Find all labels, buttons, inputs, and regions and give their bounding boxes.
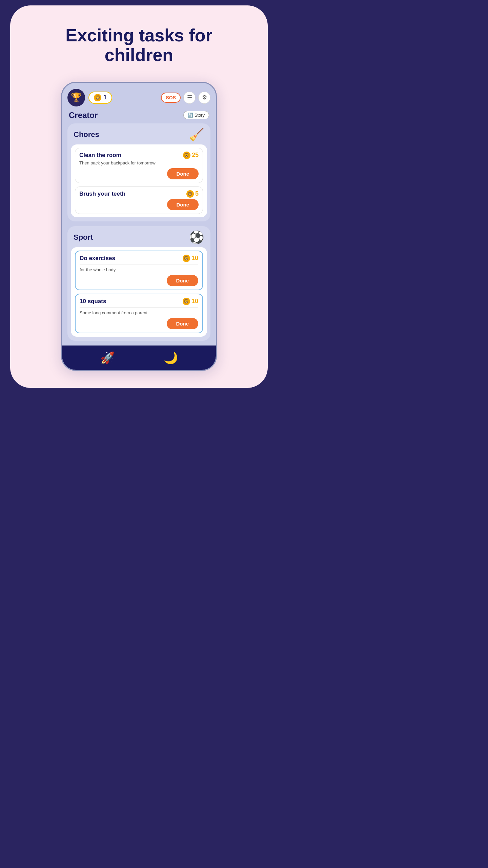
settings-icon: ⚙ bbox=[202, 94, 207, 101]
task-squats-desc: Some long comment from a parent bbox=[80, 310, 198, 315]
coins-count: 1 bbox=[103, 94, 107, 101]
story-button[interactable]: 🔄 Story bbox=[183, 111, 209, 119]
bottom-nav: 🚀 🌙 bbox=[62, 346, 216, 370]
trophy-icon: 🏆 bbox=[71, 92, 82, 103]
task-exercises-top: Do exercises 🦁 10 bbox=[80, 255, 198, 262]
chat-icon-button[interactable]: ☰ bbox=[183, 92, 196, 104]
task-brush-teeth-top: Brush your teeth 🦁 5 bbox=[79, 190, 199, 198]
sport-section: Sport ⚽ Do exercises 🦁 10 for the whole … bbox=[67, 226, 210, 341]
task-clean-room-top: Clean the room 🦁 25 bbox=[79, 152, 199, 159]
task-exercises-done[interactable]: Done bbox=[167, 275, 199, 286]
coin-icon: 🦁 bbox=[183, 152, 190, 159]
coin-badge: 🦁 1 bbox=[88, 92, 112, 104]
page-headline: Exciting tasks forchildren bbox=[24, 26, 254, 64]
task-squats: 10 squats 🦁 10 Some long comment from a … bbox=[75, 294, 203, 333]
task-squats-coins: 🦁 10 bbox=[183, 298, 198, 305]
task-exercises: Do exercises 🦁 10 for the whole body Don… bbox=[75, 251, 203, 290]
task-clean-room-done[interactable]: Done bbox=[167, 168, 199, 179]
outer-card: Exciting tasks forchildren 🏆 🦁 1 SOS ☰ ⚙ bbox=[10, 5, 268, 388]
task-squats-name: 10 squats bbox=[80, 298, 106, 305]
sos-button[interactable]: SOS bbox=[161, 93, 181, 103]
task-brush-teeth: Brush your teeth 🦁 5 Done bbox=[75, 186, 203, 214]
task-squats-done[interactable]: Done bbox=[167, 318, 199, 329]
task-clean-room-desc: Then pack your backpack for tomorrow bbox=[79, 160, 199, 165]
task-squats-top: 10 squats 🦁 10 bbox=[80, 298, 198, 305]
creator-bar: Creator 🔄 Story bbox=[67, 111, 210, 120]
task-clean-room-name: Clean the room bbox=[79, 152, 121, 159]
task-brush-teeth-done[interactable]: Done bbox=[167, 199, 199, 210]
top-bar: 🏆 🦁 1 SOS ☰ ⚙ bbox=[67, 89, 210, 106]
sport-tasks: Do exercises 🦁 10 for the whole body Don… bbox=[71, 247, 207, 337]
settings-icon-button[interactable]: ⚙ bbox=[198, 92, 210, 104]
creator-title: Creator bbox=[69, 111, 98, 120]
sport-header: Sport ⚽ bbox=[67, 226, 210, 247]
task-brush-teeth-name: Brush your teeth bbox=[79, 191, 125, 197]
trophy-avatar: 🏆 bbox=[67, 89, 85, 106]
chores-header: Chores 🧹 bbox=[67, 123, 210, 144]
coin-icon: 🦁 bbox=[183, 298, 190, 305]
sport-title: Sport bbox=[74, 233, 93, 242]
chores-icon: 🧹 bbox=[189, 127, 204, 142]
sleep-nav-icon[interactable]: 🌙 bbox=[164, 351, 178, 364]
chores-title: Chores bbox=[74, 130, 99, 139]
story-label: Story bbox=[195, 113, 205, 118]
task-exercises-coins: 🦁 10 bbox=[183, 255, 198, 262]
sport-icon: ⚽ bbox=[189, 230, 204, 244]
coin-icon: 🦁 bbox=[186, 190, 194, 198]
task-exercises-desc: for the whole body bbox=[80, 267, 198, 272]
task-brush-teeth-coins: 🦁 5 bbox=[186, 190, 199, 198]
coin-icon-small: 🦁 bbox=[94, 94, 101, 101]
story-icon: 🔄 bbox=[188, 113, 193, 118]
phone-frame: 🏆 🦁 1 SOS ☰ ⚙ Creator 🔄 Story bbox=[61, 82, 217, 371]
chat-icon: ☰ bbox=[187, 94, 192, 101]
home-nav-icon[interactable]: 🚀 bbox=[100, 351, 115, 364]
separator bbox=[80, 307, 198, 308]
separator bbox=[80, 264, 198, 264]
coin-icon: 🦁 bbox=[183, 255, 190, 262]
chores-tasks: Clean the room 🦁 25 Then pack your backp… bbox=[71, 144, 207, 217]
top-right-actions: SOS ☰ ⚙ bbox=[161, 92, 210, 104]
task-exercises-name: Do exercises bbox=[80, 255, 115, 262]
chores-section: Chores 🧹 Clean the room 🦁 25 Then pack y… bbox=[67, 123, 210, 221]
task-clean-room: Clean the room 🦁 25 Then pack your backp… bbox=[75, 148, 203, 183]
task-clean-room-coins: 🦁 25 bbox=[183, 152, 199, 159]
